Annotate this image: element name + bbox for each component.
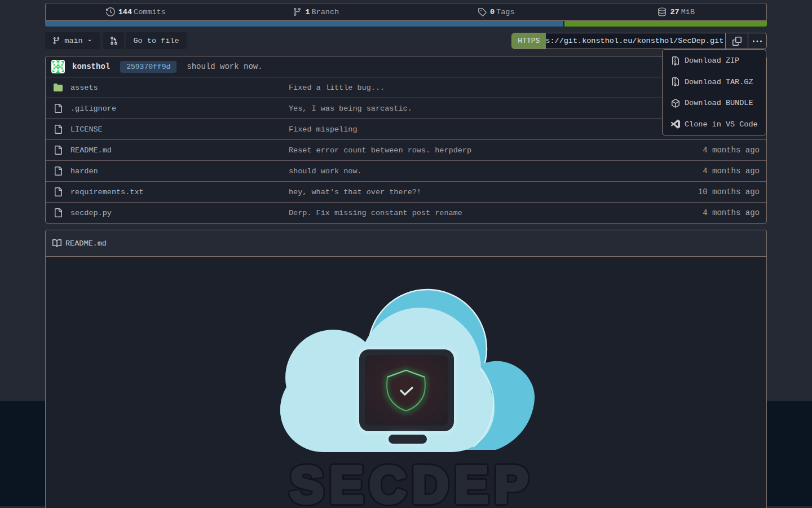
svg-text:SECDEP: SECDEP — [290, 457, 534, 508]
